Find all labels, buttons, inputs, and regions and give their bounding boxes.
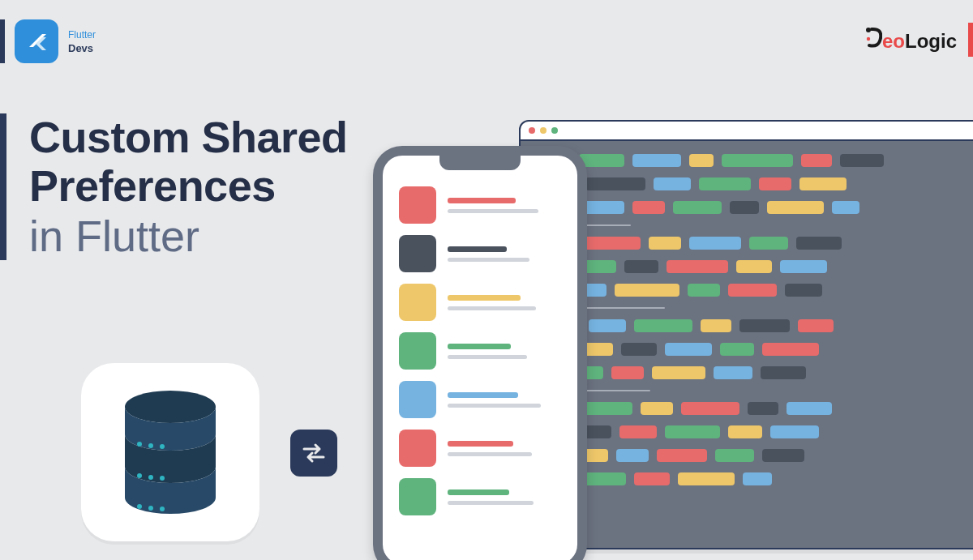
database-icon [114,387,227,517]
code-line [535,402,973,415]
svg-point-11 [160,507,165,511]
title-line-3: in Flutter [29,212,348,260]
thumb-icon [399,186,436,224]
code-line [535,449,973,462]
svg-point-1 [867,37,870,41]
brand-line1: Flutter [68,29,96,41]
code-line [535,319,973,332]
aeologic-red-text: eo [882,30,905,53]
flutter-glyph-icon [24,29,49,53]
page-title-block: Custom Shared Preferences in Flutter [0,113,348,260]
swap-arrows-icon [300,439,328,467]
code-line [535,224,973,226]
phone-mockup [373,146,587,560]
thumb-icon [399,284,436,321]
accent-bar-right-icon [968,23,973,57]
traffic-light-zoom-icon [551,127,558,134]
svg-point-2 [125,391,216,423]
thumb-icon [399,381,436,418]
svg-point-8 [160,476,165,481]
code-line [535,390,973,391]
phone-screen [383,156,577,560]
svg-point-7 [148,475,153,480]
title-line-2: Preferences [29,162,348,209]
list-item [399,186,561,224]
list-item [399,235,561,272]
code-line [535,177,973,190]
list-item [399,332,561,370]
thumb-icon [399,332,436,370]
aeologic-mark-icon [864,27,882,48]
svg-point-10 [148,506,153,511]
code-line [535,307,973,309]
brand-text: Flutter Devs [68,29,96,54]
brand-aeologic: eo Logic [864,23,973,57]
flutterdevs-logo-icon [15,19,58,63]
svg-point-4 [148,443,153,448]
brand-line2: Devs [68,42,96,54]
code-line [535,343,973,356]
database-card [81,363,259,541]
accent-bar-icon [0,19,5,63]
list-item [399,430,561,467]
swap-card [290,430,337,477]
svg-point-5 [160,444,165,449]
title-accent-bar-icon [0,113,6,260]
aeologic-dark-text: Logic [905,30,957,53]
list-item [399,381,561,418]
code-line [535,154,973,167]
code-line [535,284,973,297]
code-area [521,141,973,498]
svg-point-6 [137,473,142,478]
svg-point-3 [137,442,142,447]
code-line [535,237,973,250]
thumb-icon [399,430,436,467]
traffic-light-close-icon [529,127,535,134]
list-item [399,284,561,321]
brand-flutterdevs: Flutter Devs [0,19,96,63]
phone-notch-icon [439,156,521,170]
code-window [519,120,973,549]
code-line [535,260,973,273]
code-line [535,472,973,485]
title-line-1: Custom Shared [29,113,348,160]
thumb-icon [399,235,436,272]
thumb-icon [399,478,436,515]
code-line [535,425,973,438]
list-item [399,478,561,515]
code-line [535,201,973,214]
phone-list [383,156,577,530]
aeologic-logo: eo Logic [864,27,957,53]
svg-point-9 [137,504,142,509]
window-titlebar [521,122,973,141]
traffic-light-minimize-icon [540,127,547,134]
code-line [535,366,973,379]
svg-point-0 [866,28,871,32]
